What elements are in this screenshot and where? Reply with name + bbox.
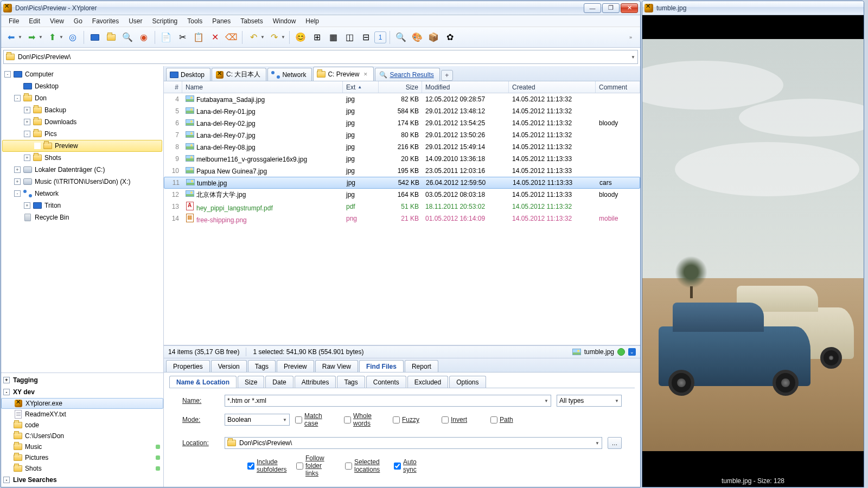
file-list-header[interactable]: # Name Ext▲ Size Modified Created Commen… (164, 81, 640, 93)
redo-dropdown[interactable]: ▼ (280, 35, 286, 40)
info-tab-tags[interactable]: Tags (248, 360, 276, 372)
col-mod[interactable]: Modified (422, 81, 509, 93)
menu-panes[interactable]: Panes (208, 16, 235, 26)
delete-icon[interactable]: ✕ (207, 30, 222, 45)
grid2-icon[interactable]: ▦ (326, 30, 341, 45)
catalog-heading[interactable]: -Live Searches (1, 474, 163, 486)
maximize-button[interactable]: ❐ (602, 3, 620, 13)
catalog-item[interactable]: Pictures (1, 452, 163, 463)
add-tab-button[interactable]: + (441, 70, 453, 81)
catalog-heading[interactable]: +Tagging (1, 374, 163, 386)
search-icon[interactable]: 🔍 (393, 30, 409, 45)
fuzzy-check[interactable]: Fuzzy (393, 416, 430, 423)
zoom-icon[interactable]: 🔍 (120, 30, 135, 45)
box-icon[interactable]: 📦 (426, 30, 441, 45)
copy-icon[interactable]: 📄 (158, 30, 174, 45)
paste-icon[interactable]: 📋 (191, 30, 206, 45)
panes-icon[interactable]: ◫ (342, 30, 357, 45)
tree-toggle[interactable]: - (4, 71, 11, 78)
info-tab-find files[interactable]: Find Files (359, 360, 404, 372)
file-row[interactable]: 14free-shipping.pngpng21 KB01.05.2012 16… (164, 213, 640, 224)
col-crt[interactable]: Created (509, 81, 596, 93)
menu-scripting[interactable]: Scripting (148, 16, 182, 26)
menu-window[interactable]: Window (269, 16, 301, 26)
tree-toggle[interactable] (14, 83, 21, 89)
info-tab-preview[interactable]: Preview (277, 360, 314, 372)
tree-item[interactable]: +Music (\\TRITON\Users\Don) (X:) (2, 176, 162, 188)
tree-item[interactable]: +Triton (2, 200, 162, 211)
undo-dropdown[interactable]: ▼ (260, 35, 265, 40)
address-bar[interactable]: ▼ (3, 50, 638, 64)
close-button[interactable]: ✕ (621, 3, 638, 13)
menu-tools[interactable]: Tools (183, 16, 207, 26)
name-combo[interactable]: *.htm or *.xml▼ (225, 395, 551, 407)
file-row[interactable]: 13hey_pippi_langstrumpf.pdfpdf51 KB18.11… (164, 201, 640, 213)
menu-help[interactable]: Help (301, 16, 323, 26)
redo-icon[interactable]: ↷ (266, 30, 282, 45)
tree-item[interactable]: +Shots (2, 152, 162, 164)
catalog-item[interactable]: Music (1, 441, 163, 452)
col-ext[interactable]: Ext▲ (343, 81, 379, 93)
menu-user[interactable]: User (124, 16, 146, 26)
catalog-item[interactable]: C:\Users\Don (1, 431, 163, 441)
forward-dropdown[interactable]: ▼ (38, 35, 43, 40)
back-dropdown[interactable]: ▼ (17, 35, 23, 40)
browse-button[interactable]: … (608, 437, 622, 449)
file-row[interactable]: 5Lana-del-Rey-01.jpgjpg584 KB29.01.2012 … (164, 105, 640, 117)
find-tab-date[interactable]: Date (265, 376, 293, 388)
col-num[interactable]: # (164, 81, 182, 93)
desktop-icon[interactable] (87, 30, 103, 45)
flower-icon[interactable]: ✿ (442, 30, 457, 45)
tree-item[interactable]: +Lokaler Datenträger (C:) (2, 164, 162, 176)
status-ok-icon[interactable] (617, 348, 625, 356)
catalog-heading[interactable]: -XY dev (1, 386, 163, 398)
types-combo[interactable]: All types▼ (557, 395, 622, 407)
file-tab[interactable]: 🔍Search Results (375, 68, 439, 81)
find-tab-attributes[interactable]: Attributes (295, 376, 336, 388)
up-button[interactable]: ⬆ (44, 30, 60, 45)
toolbar-overflow[interactable]: » (629, 35, 638, 40)
tree-toggle[interactable] (34, 143, 41, 149)
up-dropdown[interactable]: ▼ (59, 35, 64, 40)
auto-sync-check[interactable]: Auto sync (394, 458, 431, 473)
file-row[interactable]: 8Lana-del-Rey-08.jpgjpg216 KB29.01.2012 … (164, 141, 640, 153)
tab-close-icon[interactable]: ✕ (363, 72, 368, 77)
find-tab-options[interactable]: Options (449, 376, 486, 388)
tree-item[interactable]: -Network (2, 188, 162, 200)
tree-toggle[interactable]: + (24, 107, 30, 113)
location-combo[interactable]: Don\Pics\Preview\▼ (225, 437, 602, 449)
find-tab-tags[interactable]: Tags (337, 376, 365, 388)
file-tab[interactable]: C: Preview✕ (313, 67, 374, 81)
grid1-icon[interactable]: ⊞ (309, 30, 324, 45)
col-size[interactable]: Size (379, 81, 422, 93)
file-row[interactable]: 6Lana-del-Rey-02.jpgjpg174 KB29.01.2012 … (164, 117, 640, 129)
tree-toggle[interactable]: - (24, 131, 30, 137)
tree-toggle[interactable] (14, 214, 21, 221)
find-tab-name-location[interactable]: Name & Location (169, 376, 237, 388)
tree-item[interactable]: Desktop (2, 80, 162, 92)
catalog-item[interactable]: code (1, 420, 163, 431)
tree-toggle[interactable]: - (14, 95, 21, 101)
cut-icon[interactable]: ✂ (175, 30, 190, 45)
follow-links-check[interactable]: Follow folder links (296, 454, 333, 477)
file-tab[interactable]: Network (267, 68, 312, 81)
tree-item[interactable]: +Downloads (2, 116, 162, 128)
open-folder-icon[interactable] (104, 30, 119, 45)
whole-words-check[interactable]: Whole words (344, 412, 381, 427)
find-tab-size[interactable]: Size (238, 376, 264, 388)
tree-item[interactable]: Preview (2, 140, 162, 152)
info-tab-report[interactable]: Report (405, 360, 438, 372)
catalog-item[interactable]: Shots (1, 463, 163, 474)
face-icon[interactable]: 😊 (293, 30, 308, 45)
tree-item[interactable]: +Backup (2, 104, 162, 116)
tree-toggle[interactable]: + (24, 119, 30, 125)
file-row[interactable]: 9melbourne116_v-grossgalerie16x9.jpgjpg2… (164, 153, 640, 165)
play-icon[interactable]: ◉ (136, 30, 151, 45)
back-button[interactable]: ⬅ (3, 30, 18, 45)
file-tab[interactable]: Desktop (166, 68, 210, 81)
file-tab[interactable]: C: 大日本人 (212, 68, 266, 81)
file-row[interactable]: 12北京体育大学.jpgjpg164 KB03.05.2012 08:03:18… (164, 189, 640, 201)
preview-titlebar[interactable]: tumble.jpg (642, 1, 864, 15)
tree-item[interactable]: -Don (2, 92, 162, 104)
folder-tree[interactable]: -ComputerDesktop-Don+Backup+Downloads-Pi… (1, 66, 163, 373)
